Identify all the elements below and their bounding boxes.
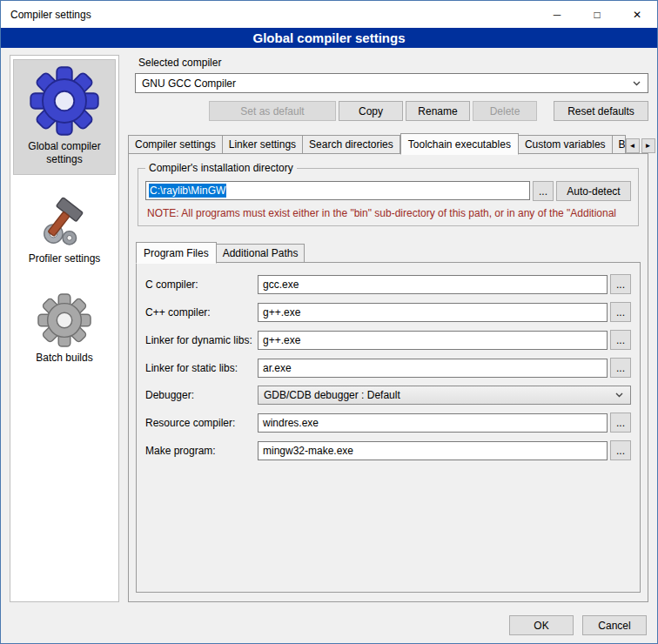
debugger-row: Debugger: GDB/CDB debugger : Default [145,386,631,405]
window-controls: ─ □ ✕ [537,1,657,28]
make-program-value: mingw32-make.exe [263,445,353,457]
auto-detect-button[interactable]: Auto-detect [556,181,631,201]
linker-static-value: ar.exe [263,362,292,374]
make-program-input[interactable]: mingw32-make.exe [258,441,608,460]
install-dir-browse-button[interactable]: ... [533,181,554,201]
compiler-select-value: GNU GCC Compiler [142,77,236,90]
debugger-value: GDB/CDB debugger : Default [264,389,400,401]
chevron-down-icon [633,81,641,86]
tab-toolchain-executables[interactable]: Toolchain executables [400,133,519,155]
tab-additional-paths[interactable]: Additional Paths [217,244,306,263]
compiler-selection-section: Selected compiler GNU GCC Compiler Set a… [128,55,648,121]
program-files-panel: C compiler: gcc.exe ... C++ compiler: g+… [136,262,641,593]
settings-tabstrip: Compiler settings Linker settings Search… [128,133,648,154]
cancel-button[interactable]: Cancel [582,615,647,635]
close-button[interactable]: ✕ [617,1,657,28]
compiler-settings-window: Compiler settings ─ □ ✕ Global compiler … [0,0,658,644]
rename-button[interactable]: Rename [406,101,470,121]
tab-scroll-right-button[interactable]: ► [641,138,655,153]
tab-build-truncated[interactable]: Buil [613,135,626,154]
toolchain-executables-panel: Compiler's installation directory C:\ray… [128,153,648,602]
installation-directory-row: C:\raylib\MinGW ... Auto-detect [145,181,631,201]
c-compiler-value: gcc.exe [263,278,299,291]
tab-custom-variables[interactable]: Custom variables [519,135,613,154]
sidebar-item-label: Global compiler settings [16,140,113,166]
dialog-header-title: Global compiler settings [1,28,657,48]
tab-linker-settings[interactable]: Linker settings [223,135,303,154]
tab-program-files[interactable]: Program Files [136,242,217,264]
c-compiler-label: C compiler: [145,278,255,291]
delete-button[interactable]: Delete [473,101,537,121]
sidebar-item-batch-builds[interactable]: Batch builds [13,286,116,373]
resource-compiler-browse-button[interactable]: ... [610,413,631,433]
install-dir-input[interactable]: C:\raylib\MinGW [145,181,530,200]
sidebar-item-profiler-settings[interactable]: Profiler settings [13,187,116,274]
main-panel: Selected compiler GNU GCC Compiler Set a… [128,55,648,602]
minimize-button[interactable]: ─ [537,1,577,28]
chevron-down-icon [615,392,623,398]
tab-search-directories[interactable]: Search directories [303,135,400,154]
c-compiler-input[interactable]: gcc.exe [258,275,608,294]
selected-compiler-label: Selected compiler [138,57,648,69]
linker-dynamic-browse-button[interactable]: ... [610,330,631,350]
linker-dynamic-value: g++.exe [263,334,300,346]
make-program-row: Make program: mingw32-make.exe ... [145,440,631,460]
linker-static-browse-button[interactable]: ... [610,358,631,378]
tab-compiler-settings[interactable]: Compiler settings [128,135,223,154]
resource-compiler-row: Resource compiler: windres.exe ... [145,413,631,433]
linker-static-row: Linker for static libs: ar.exe ... [145,358,631,378]
tab-scroll-arrows: ◄ ► [626,138,655,153]
resource-compiler-input[interactable]: windres.exe [258,413,608,433]
maximize-button[interactable]: □ [577,1,617,28]
tab-scroll-left-button[interactable]: ◄ [626,138,640,153]
cpp-compiler-input[interactable]: g++.exe [258,303,608,322]
compiler-select[interactable]: GNU GCC Compiler [135,73,648,93]
linker-static-input[interactable]: ar.exe [258,359,608,378]
profiler-hammer-icon [37,194,91,248]
resource-compiler-label: Resource compiler: [145,417,255,429]
dialog-footer: OK Cancel [1,607,657,643]
settings-sidebar: Global compiler settings Profiler settin… [10,55,119,602]
window-title: Compiler settings [1,9,91,21]
c-compiler-browse-button[interactable]: ... [610,274,631,294]
linker-static-label: Linker for static libs: [145,362,255,374]
linker-dynamic-label: Linker for dynamic libs: [145,334,255,346]
debugger-label: Debugger: [145,389,255,401]
sidebar-item-label: Batch builds [36,352,92,365]
titlebar: Compiler settings ─ □ ✕ [1,1,657,28]
c-compiler-row: C compiler: gcc.exe ... [145,274,631,294]
dialog-body: Global compiler settings Profiler settin… [1,48,657,607]
resource-compiler-value: windres.exe [263,417,319,429]
reset-defaults-button[interactable]: Reset defaults [554,101,648,121]
blue-gear-icon [30,66,99,136]
make-program-label: Make program: [145,445,255,457]
set-as-default-button[interactable]: Set as default [209,101,336,121]
installation-directory-title: Compiler's installation directory [145,162,297,174]
sidebar-item-global-compiler-settings[interactable]: Global compiler settings [13,59,116,175]
cpp-compiler-browse-button[interactable]: ... [610,302,631,322]
gray-gear-icon [37,293,91,347]
sidebar-item-label: Profiler settings [29,252,101,265]
program-files-tabstrip: Program Files Additional Paths [136,242,641,263]
ok-button[interactable]: OK [509,615,574,635]
make-program-browse-button[interactable]: ... [610,440,631,460]
debugger-select[interactable]: GDB/CDB debugger : Default [258,386,631,405]
cpp-compiler-label: C++ compiler: [145,306,255,319]
install-dir-value: C:\raylib\MinGW [149,184,226,198]
copy-button[interactable]: Copy [339,101,403,121]
cpp-compiler-row: C++ compiler: g++.exe ... [145,302,631,322]
linker-dynamic-input[interactable]: g++.exe [258,331,608,350]
bin-subdirectory-note: NOTE: All programs must exist either in … [147,207,629,219]
linker-dynamic-row: Linker for dynamic libs: g++.exe ... [145,330,631,350]
compiler-buttons-row: Set as default Copy Rename Delete Reset … [135,101,648,121]
cpp-compiler-value: g++.exe [263,306,300,319]
installation-directory-groupbox: Compiler's installation directory C:\ray… [138,168,639,226]
